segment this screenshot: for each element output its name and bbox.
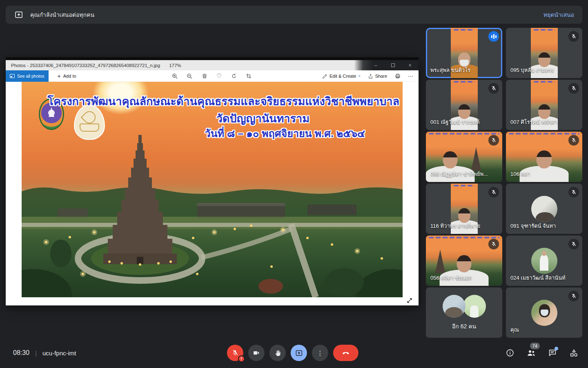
window-title-bar: Photos - 253337406_247849107333252_47972… (6, 60, 419, 70)
avatar (531, 196, 557, 222)
photo-canvas: โครงการพัฒนาคุณลักษณะด้านคุณธรรมและจริยธ… (6, 82, 419, 305)
mic-off-icon (568, 239, 579, 249)
mic-off-icon (488, 239, 499, 249)
photo-icon (10, 74, 15, 78)
add-to-button[interactable]: + Add to (58, 73, 76, 79)
poster-title-line3: วันที่ ๘ – ๑๐ พฤศจิยายน พ.ศ. ๒๕๖๔ (205, 125, 365, 141)
participant-tile[interactable]: 106 ลดา (506, 132, 582, 182)
window-top-edge (6, 57, 419, 60)
share-button[interactable]: Share (368, 74, 387, 79)
participant-tile[interactable]: 095 บุหลัน งามตรง (506, 28, 582, 78)
present-screen-button[interactable] (291, 345, 307, 361)
participant-tile[interactable]: 091 จุฑารัตน์ จันทา (506, 184, 582, 234)
participant-tile[interactable]: 116 ทิวาพร ดาบสีพาย (426, 184, 502, 234)
plus-icon: + (58, 73, 61, 79)
divider: | (35, 350, 37, 357)
avatar (463, 295, 486, 318)
close-button[interactable]: × (401, 60, 419, 70)
meeting-code: ucu-fpnc-imt (42, 350, 76, 357)
participant-tile[interactable]: พระสุพล ขนติวโร (426, 28, 502, 78)
share-icon (368, 74, 373, 79)
participant-name: 098 ณัฏฐธิดา ข่าทิพย์พ... (430, 170, 488, 178)
photos-toolbar: See all photos + Add to ♡ Edit & Create (6, 70, 419, 82)
chat-button[interactable] (547, 348, 558, 358)
self-tile[interactable]: คุณ (506, 287, 582, 338)
participant-name: 116 ทิวาพร ดาบสีพาย (430, 222, 480, 230)
mic-off-icon (232, 349, 239, 357)
activities-icon (569, 348, 579, 358)
end-call-button[interactable] (333, 345, 359, 361)
participant-tile[interactable]: 001 ณัฐวัฒน์ ราเขตต์ (426, 80, 502, 130)
participant-name: พระสุพล ขนติวโร (430, 66, 470, 74)
presenting-banner: คุณกำลังนำเสนอต่อทุกคน หยุดนำเสนอ (6, 6, 582, 24)
more-options-icon[interactable]: ⋯ (408, 73, 414, 79)
raise-hand-button[interactable] (270, 345, 286, 361)
participant-name: 095 บุหลัน งามตรง (510, 66, 554, 74)
participant-count-badge: 74 (530, 343, 540, 349)
avatar (531, 300, 557, 326)
mic-off-icon (568, 31, 579, 42)
restore-button[interactable] (384, 60, 401, 70)
activities-button[interactable] (568, 348, 579, 358)
delete-icon[interactable] (201, 73, 207, 79)
presenting-message: คุณกำลังนำเสนอต่อทุกคน (30, 10, 94, 19)
hand-icon (274, 349, 281, 357)
zoom-out-icon[interactable] (187, 73, 193, 79)
more-options-button[interactable]: ⋮ (312, 345, 328, 361)
participant-name: 007 ศิโรรัตน์ หลักศา (510, 118, 557, 126)
poster-title-line2: วัดปัญญานันทาราม (216, 110, 310, 127)
end-call-icon (342, 349, 350, 357)
participant-name: 001 ณัฐวัฒน์ ราเขตต์ (430, 118, 480, 126)
participant-name: 056 ลลิตา ชัยนอก (430, 274, 472, 282)
mic-off-icon (488, 83, 499, 94)
print-icon[interactable] (394, 73, 401, 79)
speaking-indicator-icon (488, 31, 499, 42)
participant-tile[interactable]: 056 ลลิตา ชัยนอก (426, 236, 502, 286)
camera-button[interactable] (248, 345, 265, 361)
camera-icon (253, 349, 260, 357)
see-all-photos-button[interactable]: See all photos (6, 70, 49, 82)
crop-icon[interactable] (245, 73, 252, 79)
rotate-icon[interactable] (231, 73, 237, 79)
people-icon (526, 348, 536, 358)
participant-grid: พระสุพล ขนติวโร 095 บุหลัน งามตรง 001 ณั… (426, 28, 582, 338)
chevron-down-icon: ˅ (358, 74, 360, 78)
photos-window: Photos - 253337406_247849107333252_47972… (6, 57, 419, 305)
more-participants-tile[interactable]: อีก 62 คน (426, 287, 502, 338)
favorite-icon[interactable]: ♡ (216, 73, 222, 79)
mic-off-icon (568, 291, 579, 301)
mic-off-icon (568, 187, 579, 197)
avatar (443, 295, 466, 318)
restore-icon (391, 63, 395, 67)
zoom-level: 177% (169, 63, 181, 68)
edit-create-button[interactable]: Edit & Create ˅ (322, 74, 361, 79)
participant-tile[interactable]: 024 เมธาวัฒน์ สีลานันท์ (506, 236, 582, 286)
window-caption-buttons: – × (354, 60, 419, 70)
poster-title-line1: โครงการพัฒนาคุณลักษณะด้านคุณธรรมและจริยธ… (47, 92, 399, 110)
expand-icon[interactable] (406, 297, 413, 304)
meeting-details-button[interactable] (505, 348, 515, 358)
mic-muted-button[interactable]: ! (227, 345, 243, 361)
participants-button[interactable]: 74 (526, 348, 537, 358)
zoom-in-icon[interactable] (172, 73, 178, 79)
window-title: Photos - 253337406_247849107333252_47972… (11, 63, 160, 68)
participant-name: 024 เมธาวัฒน์ สีลานันท์ (510, 274, 566, 282)
participant-name: 106 ลดา (510, 170, 530, 178)
participant-tile[interactable]: 007 ศิโรรัตน์ หลักศา (506, 80, 582, 130)
clock: 08:30 (13, 349, 29, 357)
present-icon (295, 349, 303, 357)
meeting-controls-bar: 08:30 | ucu-fpnc-imt ! ⋮ 74 (0, 338, 588, 368)
stop-presenting-button[interactable]: หยุดนำเสนอ (543, 10, 574, 19)
poster-image: โครงการพัฒนาคุณลักษณะด้านคุณธรรมและจริยธ… (22, 82, 403, 297)
more-participants-label: อีก 62 คน (452, 322, 476, 331)
edit-icon (322, 74, 327, 79)
participant-tile[interactable]: 098 ณัฏฐธิดา ข่าทิพย์พ... (426, 132, 502, 182)
mic-off-icon (488, 135, 499, 146)
mic-off-icon (568, 83, 579, 94)
mic-off-icon (488, 187, 499, 197)
avatar (531, 248, 557, 274)
minimize-button[interactable]: – (367, 60, 384, 70)
info-icon (506, 348, 514, 357)
more-vertical-icon: ⋮ (317, 349, 323, 357)
mic-error-badge: ! (238, 355, 245, 362)
